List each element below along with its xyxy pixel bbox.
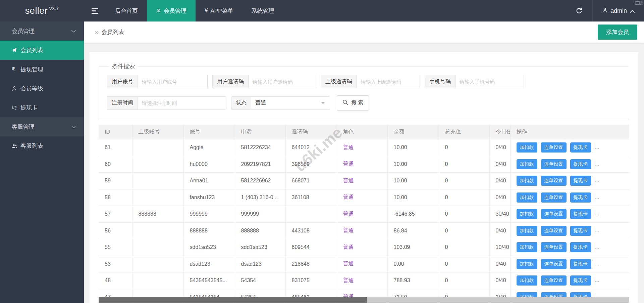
search-row-1: 用户账号 用户邀请码 上级邀请码 手机号码 bbox=[107, 75, 621, 88]
cell-invite-code: 443108 bbox=[285, 222, 337, 239]
users-icon bbox=[12, 144, 20, 148]
add-deduct-button[interactable]: 加扣款 bbox=[517, 242, 537, 252]
cell-phone: 5812226234 bbox=[235, 139, 285, 156]
cell-id: 60 bbox=[99, 156, 132, 173]
sidebar-group-member-management[interactable]: 会员管理 bbox=[0, 21, 84, 41]
cell-parent-account bbox=[132, 256, 183, 272]
withdraw-card-button[interactable]: 提现卡 bbox=[570, 242, 591, 252]
withdraw-card-button[interactable]: 提现卡 bbox=[570, 142, 591, 153]
withdraw-card-button[interactable]: 提现卡 bbox=[570, 176, 591, 186]
register-time-input[interactable] bbox=[138, 97, 226, 110]
role-tag[interactable]: 普通 bbox=[343, 161, 354, 167]
add-deduct-button[interactable]: 加扣款 bbox=[517, 142, 537, 153]
chain-order-settings-button[interactable]: 连单设置 bbox=[541, 275, 567, 286]
nav-system-management[interactable]: 系统管理 bbox=[243, 0, 283, 21]
user-account-input[interactable] bbox=[138, 75, 207, 88]
nav-app-menu[interactable]: ¥APP菜单 bbox=[196, 0, 243, 21]
withdraw-card-button[interactable]: 提现卡 bbox=[570, 259, 591, 269]
role-tag[interactable]: 普通 bbox=[343, 194, 354, 200]
chain-order-settings-button[interactable]: 连单设置 bbox=[541, 176, 567, 186]
add-deduct-button[interactable]: 加扣款 bbox=[517, 192, 537, 203]
withdraw-card-button[interactable]: 提现卡 bbox=[570, 159, 591, 169]
more-actions[interactable]: ... bbox=[595, 161, 600, 167]
add-deduct-button[interactable]: 加扣款 bbox=[517, 226, 537, 236]
status-selected-value: 普通 bbox=[255, 99, 266, 106]
more-actions[interactable]: ... bbox=[595, 194, 600, 200]
cell-total-recharge: 0 bbox=[439, 256, 489, 272]
nav-dashboard[interactable]: 后台首页 bbox=[106, 0, 147, 21]
more-actions[interactable]: ... bbox=[595, 177, 600, 183]
chain-order-settings-button[interactable]: 连单设置 bbox=[541, 226, 567, 236]
role-tag[interactable]: 普通 bbox=[343, 211, 354, 217]
rupee-icon: ₹ bbox=[12, 67, 20, 72]
chain-order-settings-button[interactable]: 连单设置 bbox=[541, 159, 567, 169]
cell-total-recharge: 0 bbox=[439, 139, 489, 156]
column-header-invite-code: 邀请码 bbox=[285, 125, 337, 139]
more-actions[interactable]: ... bbox=[595, 277, 600, 283]
sidebar-toggle-icon[interactable] bbox=[84, 0, 106, 21]
phone-number-input[interactable] bbox=[455, 75, 524, 88]
add-deduct-button[interactable]: 加扣款 bbox=[517, 259, 537, 269]
nav-member-management[interactable]: 会员管理 bbox=[147, 0, 196, 21]
select-caret-icon bbox=[321, 102, 325, 104]
chain-order-settings-button[interactable]: 连单设置 bbox=[541, 259, 567, 269]
parent-invite-code-input[interactable] bbox=[357, 75, 420, 88]
sidebar-item-withdraw-card[interactable]: 提现卡 bbox=[0, 98, 84, 117]
sidebar-item-label: 客服列表 bbox=[20, 142, 43, 150]
horizontal-scrollbar-track[interactable] bbox=[99, 297, 629, 303]
search-button[interactable]: 搜 索 bbox=[337, 95, 369, 111]
add-deduct-button[interactable]: 加扣款 bbox=[517, 159, 537, 169]
table-row: 61Aggie5812226234644012普通10.0000/40加扣款连单… bbox=[99, 139, 629, 156]
chain-order-settings-button[interactable]: 连单设置 bbox=[541, 242, 567, 252]
cell-today-tasks: 10/40 bbox=[489, 239, 510, 256]
horizontal-scrollbar-thumb[interactable] bbox=[99, 297, 367, 303]
more-actions[interactable]: ... bbox=[595, 244, 600, 250]
more-actions[interactable]: ... bbox=[595, 144, 600, 150]
more-actions[interactable]: ... bbox=[595, 261, 600, 266]
status-select[interactable]: 普通 bbox=[251, 97, 330, 110]
sidebar-item-label: 会员等级 bbox=[20, 85, 43, 92]
column-header-actions: 操作 bbox=[510, 125, 629, 139]
add-deduct-button[interactable]: 加扣款 bbox=[517, 176, 537, 186]
chain-order-settings-button[interactable]: 连单设置 bbox=[541, 209, 567, 219]
role-tag[interactable]: 普通 bbox=[343, 144, 354, 150]
sidebar-group-service-management[interactable]: 客服管理 bbox=[0, 117, 84, 136]
chevron-up-icon bbox=[630, 7, 635, 14]
user-invite-code-input[interactable] bbox=[249, 75, 316, 88]
cell-phone: 1 (403) 316-0... bbox=[235, 189, 285, 206]
withdraw-card-button[interactable]: 提现卡 bbox=[570, 209, 591, 219]
cell-account: Aggie bbox=[183, 139, 235, 156]
role-tag[interactable]: 普通 bbox=[343, 244, 354, 250]
withdraw-card-button[interactable]: 提现卡 bbox=[570, 226, 591, 236]
add-deduct-button[interactable]: 加扣款 bbox=[517, 275, 537, 286]
withdraw-card-button[interactable]: 提现卡 bbox=[570, 275, 591, 286]
add-deduct-button[interactable]: 加扣款 bbox=[517, 209, 537, 219]
cell-balance: 103.09 bbox=[387, 239, 439, 256]
refresh-icon[interactable] bbox=[566, 0, 592, 21]
add-member-button[interactable]: 添加会员 bbox=[598, 25, 637, 40]
sidebar-item-withdraw-management[interactable]: ₹提现管理 bbox=[0, 60, 84, 79]
chain-order-settings-button[interactable]: 连单设置 bbox=[541, 142, 567, 153]
sidebar-item-service-list[interactable]: 客服列表 bbox=[0, 136, 84, 156]
phone-number-label: 手机号码 bbox=[425, 75, 455, 88]
parent-invite-code-group: 上级邀请码 bbox=[321, 75, 420, 88]
cell-account: 999999 bbox=[183, 206, 235, 223]
more-actions[interactable]: ... bbox=[595, 227, 600, 233]
more-actions[interactable]: ... bbox=[595, 211, 600, 216]
sidebar-item-label: 提现管理 bbox=[20, 66, 43, 73]
chain-order-settings-button[interactable]: 连单设置 bbox=[541, 192, 567, 203]
role-tag[interactable]: 普通 bbox=[343, 261, 354, 266]
withdraw-card-button[interactable]: 提现卡 bbox=[570, 192, 591, 203]
cell-account: sdd1sa523 bbox=[183, 239, 235, 256]
cell-id: 48 bbox=[99, 272, 132, 289]
role-tag[interactable]: 普通 bbox=[343, 178, 354, 183]
nav-item-label: 系统管理 bbox=[252, 7, 274, 15]
role-tag[interactable]: 普通 bbox=[343, 277, 354, 283]
sidebar-item-member-list[interactable]: 会员列表 bbox=[0, 41, 84, 60]
cell-account: dsad123 bbox=[183, 256, 235, 272]
sidebar-item-member-level[interactable]: 会员等级 bbox=[0, 79, 84, 98]
cell-parent-account bbox=[132, 239, 183, 256]
cell-invite-code: 396589 bbox=[285, 156, 337, 173]
role-tag[interactable]: 普通 bbox=[343, 227, 354, 233]
cell-actions: 加扣款连单设置提现卡... bbox=[510, 139, 629, 156]
